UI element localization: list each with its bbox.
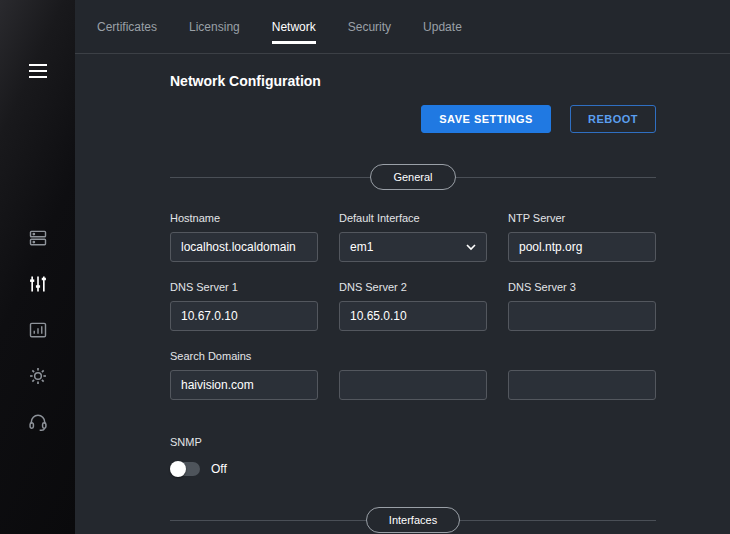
interfaces-section-divider: Interfaces [170,506,656,533]
search-domains-extra-1-field [339,350,487,400]
default-interface-label: Default Interface [339,212,487,225]
ntp-server-input[interactable] [508,232,656,262]
menu-icon[interactable] [28,64,48,82]
general-section-divider: General [170,163,656,190]
interfaces-section-pill[interactable]: Interfaces [366,507,460,533]
settings-sliders-icon[interactable] [28,274,48,294]
dns-server-2-input[interactable] [339,301,487,331]
hostname-input[interactable] [170,232,318,262]
search-domains-extra-1-label [339,350,487,363]
general-form: Hostname Default Interface em1 NTP Serve… [170,212,656,400]
search-domains-input[interactable] [170,370,318,400]
sidebar-nav [0,228,75,432]
snmp-toggle-row: Off [170,462,656,476]
sidebar [0,0,75,534]
dns-server-1-field: DNS Server 1 [170,281,318,331]
tab-update[interactable]: Update [423,20,462,34]
dns-server-2-field: DNS Server 2 [339,281,487,331]
network-configuration-section: Network Configuration SAVE SETTINGS REBO… [170,54,656,534]
ntp-server-label: NTP Server [508,212,656,225]
chevron-down-icon [466,242,476,252]
dns-server-3-label: DNS Server 3 [508,281,656,294]
search-domains-extra-2-field [508,350,656,400]
main-panel: Certificates Licensing Network Security … [75,0,730,534]
snmp-toggle-knob [170,461,186,477]
search-domains-extra-1-input[interactable] [339,370,487,400]
action-buttons: SAVE SETTINGS REBOOT [170,105,656,133]
default-interface-field: Default Interface em1 [339,212,487,262]
dns-server-1-label: DNS Server 1 [170,281,318,294]
reports-chart-icon[interactable] [28,320,48,340]
snmp-toggle-state: Off [211,462,227,476]
tab-security[interactable]: Security [348,20,391,34]
default-interface-value: em1 [350,240,373,254]
general-section-pill[interactable]: General [370,164,455,190]
search-domains-field: Search Domains [170,350,318,400]
dns-server-2-label: DNS Server 2 [339,281,487,294]
snmp-section: SNMP Off [170,436,656,476]
save-settings-button[interactable]: SAVE SETTINGS [421,105,551,133]
default-interface-select[interactable]: em1 [339,232,487,262]
page-title: Network Configuration [170,73,656,89]
dns-server-1-input[interactable] [170,301,318,331]
search-domains-extra-2-label [508,350,656,363]
gear-icon[interactable] [28,366,48,386]
tab-certificates[interactable]: Certificates [97,20,157,34]
search-domains-extra-2-input[interactable] [508,370,656,400]
ntp-server-field: NTP Server [508,212,656,262]
snmp-toggle[interactable] [170,462,200,476]
hostname-label: Hostname [170,212,318,225]
reboot-button[interactable]: REBOOT [570,105,656,133]
dns-server-3-field: DNS Server 3 [508,281,656,331]
dns-server-3-input[interactable] [508,301,656,331]
tabbar: Certificates Licensing Network Security … [75,0,730,54]
tab-network[interactable]: Network [272,20,316,34]
servers-icon[interactable] [28,228,48,248]
search-domains-label: Search Domains [170,350,318,363]
tab-licensing[interactable]: Licensing [189,20,240,34]
support-headset-icon[interactable] [28,412,48,432]
snmp-label: SNMP [170,436,656,449]
hostname-field: Hostname [170,212,318,262]
